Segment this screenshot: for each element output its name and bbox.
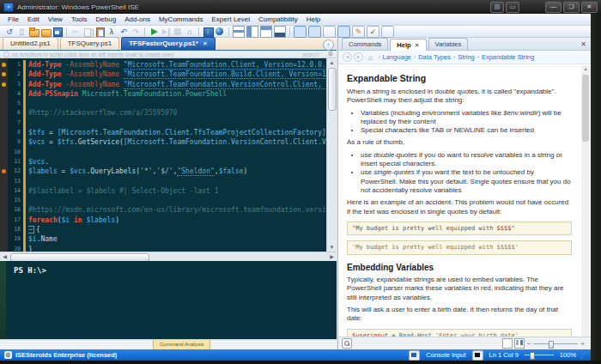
two-page-view-icon[interactable]	[514, 338, 525, 349]
help-zoom-slider[interactable]	[533, 343, 578, 344]
zoom-in-icon[interactable]: +	[580, 340, 585, 348]
code-text[interactable]: #https://msdn.microsoft.com/en-us/librar…	[28, 205, 326, 215]
copy-icon[interactable]	[82, 27, 93, 37]
code-text[interactable]: Add-PSSnapin Microsoft.TeamFoundation.Po…	[28, 89, 326, 99]
toggle-right-pane-icon[interactable]	[308, 26, 321, 38]
menu-item-tools[interactable]: Tools	[67, 15, 92, 23]
samples-folder-icon[interactable]	[40, 27, 51, 37]
code-text[interactable]: #$lastlabel = $labels #| Select-Object -…	[28, 186, 326, 196]
run-selection-icon[interactable]	[161, 27, 171, 37]
stop-icon[interactable]	[173, 27, 183, 37]
edit-mode-icon[interactable]: ✎	[352, 26, 365, 38]
breakpoint-icon[interactable]	[2, 72, 6, 76]
menu-item-edit[interactable]: Edit	[23, 15, 44, 23]
editor-line[interactable]: 14#$lastlabel = $labels #| Select-Object…	[0, 186, 337, 196]
line-marker-icon[interactable]	[2, 169, 6, 173]
editor-line[interactable]: 16#https://msdn.microsoft.com/en-us/libr…	[0, 205, 337, 215]
layout-script-only-icon[interactable]	[260, 26, 272, 38]
editor-line[interactable]: 10	[0, 148, 337, 157]
fold-toggle-icon[interactable]: –	[28, 226, 34, 234]
panel-tab-help[interactable]: Help✕	[390, 39, 426, 51]
scroll-up-icon[interactable]: ▲	[327, 58, 337, 67]
code-text[interactable]: Add-Type -AssemblyName "Microsoft.TeamFo…	[28, 70, 326, 79]
editor-line[interactable]: 18–{	[0, 225, 337, 234]
resize-grip-icon[interactable]: ⋰	[580, 352, 586, 359]
help-scroll-up-icon[interactable]: ▲	[581, 65, 590, 73]
toggle-output-pane-icon[interactable]	[323, 26, 336, 38]
panel-tab-variables[interactable]: Variables	[428, 38, 469, 50]
menu-item-file[interactable]: File	[3, 15, 23, 23]
editor-tab-tfsfasterquery-ps1-[interactable]: TFSFasterQuery.ps1*✕	[121, 37, 216, 50]
editor-line[interactable]: 9$vcs = $tfs.GetService([Microsoft.TeamF…	[0, 137, 337, 147]
code-text[interactable]: Add-Type -AssemblyName "Microsoft.TeamFo…	[28, 60, 326, 70]
display-toggle-icon[interactable]: ▭	[506, 2, 519, 13]
save-icon[interactable]	[52, 27, 63, 37]
gear-icon[interactable]: ⚙	[328, 51, 333, 58]
console-color-icon[interactable]	[472, 350, 483, 361]
editor-line[interactable]: 11$vcs.	[0, 157, 337, 167]
magnifier-icon[interactable]	[342, 338, 352, 349]
code-text[interactable]: #http://stackoverflow.com/a/35595970	[28, 108, 326, 118]
editor-line[interactable]: 3Add-Type -AssemblyName "Microsoft.TeamF…	[0, 80, 337, 89]
function-nav-bar[interactable]: no functions in script (click icon on le…	[0, 51, 337, 58]
menu-item-view[interactable]: View	[44, 15, 67, 23]
code-text[interactable]: $labels = $vcs.QueryLabels('*','$/',"She…	[28, 167, 326, 176]
toggle-script-pane-icon[interactable]	[294, 26, 307, 38]
code-text[interactable]: $tfs = [Microsoft.TeamFoundation.Client.…	[28, 128, 326, 137]
checklist-icon[interactable]: ✓	[367, 26, 379, 38]
minimize-button[interactable]: —	[545, 2, 562, 13]
console-prompt[interactable]: PS H:\>	[14, 266, 46, 275]
editor-vertical-scrollbar[interactable]: ▲ ▼	[326, 58, 337, 252]
tab-close-icon[interactable]: ✕	[415, 42, 420, 48]
breakpoint-icon[interactable]	[2, 63, 6, 67]
nav-forward-icon[interactable]: ▸	[354, 52, 363, 62]
nav-back-icon[interactable]: ◂	[343, 52, 352, 62]
code-text[interactable]: –{	[28, 225, 326, 234]
breakpoint-icon[interactable]	[2, 82, 6, 87]
lambda-icon[interactable]: λ	[106, 27, 117, 37]
console-save-icon[interactable]	[409, 350, 420, 361]
restore-button[interactable]: ❏	[563, 2, 580, 13]
new-file-icon[interactable]: ▯	[16, 27, 27, 37]
editor-line[interactable]: 6#http://stackoverflow.com/a/35595970	[0, 108, 337, 118]
redo-icon[interactable]: ↷	[131, 27, 141, 37]
editor-line[interactable]: 17foreach($i in $labels)	[0, 215, 337, 225]
layout-split-vertical-icon[interactable]	[246, 26, 258, 38]
open-folder-icon[interactable]	[28, 27, 39, 37]
editor-line[interactable]: 20}	[0, 245, 337, 252]
breadcrumb-link-language[interactable]: Language	[383, 53, 411, 61]
editor-tab-untitled2-ps1[interactable]: Untitled2.ps1	[3, 37, 58, 50]
code-text[interactable]: Add-Type -AssemblyName "Microsoft.TeamFo…	[28, 80, 326, 89]
breadcrumb-link-expandable-string[interactable]: Expandable String	[482, 53, 534, 61]
editor-line[interactable]: 8$tfs = [Microsoft.TeamFoundation.Client…	[0, 128, 337, 137]
editor-line[interactable]: 12$labels = $vcs.QueryLabels('*','$/',"S…	[0, 167, 337, 176]
code-text[interactable]: $i.Name	[28, 234, 326, 244]
editor-line[interactable]: 2Add-Type -AssemblyName "Microsoft.TeamF…	[0, 70, 337, 79]
menu-item-compatibility[interactable]: Compatibility	[254, 15, 302, 23]
editor-line[interactable]: 15	[0, 196, 337, 205]
panel-tab-commands[interactable]: Commands	[342, 38, 388, 50]
close-button[interactable]: ✕	[581, 2, 598, 13]
code-text[interactable]: $vcs = $tfs.GetService([Microsoft.TeamFo…	[28, 137, 326, 147]
home-icon[interactable]: ⌂	[368, 53, 373, 62]
menu-item-mycommands[interactable]: MyCommands	[155, 15, 208, 23]
taskbar-preview-icon[interactable]: ▥	[490, 2, 504, 13]
editor-line[interactable]: 1Add-Type -AssemblyName "Microsoft.TeamF…	[0, 60, 337, 70]
breadcrumb-link-data-types[interactable]: Data Types	[418, 53, 451, 61]
tab-close-icon[interactable]: ✕	[203, 40, 208, 46]
cut-icon[interactable]: ✂	[70, 27, 81, 37]
layout-console-only-icon[interactable]	[274, 26, 286, 38]
layout-split-horizontal-icon[interactable]	[233, 26, 245, 38]
function-dropdown-icon[interactable]	[3, 52, 9, 58]
globe-icon[interactable]	[215, 27, 225, 37]
single-page-view-icon[interactable]	[502, 338, 513, 349]
editor-line[interactable]: 7	[0, 118, 337, 128]
help-vertical-scrollbar[interactable]: ▲ ▼	[581, 65, 590, 361]
history-icon[interactable]: ↺	[4, 27, 15, 37]
editor-line[interactable]: 13	[0, 177, 337, 186]
menu-item-add-ons[interactable]: Add-ons	[120, 15, 155, 23]
panel-collapse-button[interactable]: ›	[323, 39, 334, 51]
code-text[interactable]: $vcs.	[28, 157, 326, 167]
building-icon[interactable]: ⌂	[185, 27, 195, 37]
run-icon[interactable]	[149, 27, 159, 37]
